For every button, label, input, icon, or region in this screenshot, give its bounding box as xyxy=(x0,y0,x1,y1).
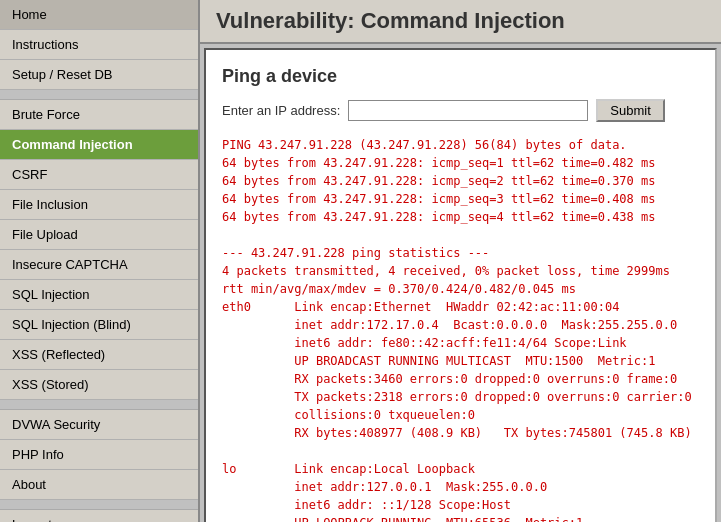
sidebar-item-about[interactable]: About xyxy=(0,470,198,500)
ping-output: PING 43.247.91.228 (43.247.91.228) 56(84… xyxy=(222,136,699,522)
sidebar-item-xss-reflected[interactable]: XSS (Reflected) xyxy=(0,340,198,370)
main-panel: Vulnerability: Command Injection Ping a … xyxy=(200,0,721,522)
sidebar-item-php-info[interactable]: PHP Info xyxy=(0,440,198,470)
submit-button[interactable]: Submit xyxy=(596,99,664,122)
sidebar-item-file-upload[interactable]: File Upload xyxy=(0,220,198,250)
ip-input[interactable] xyxy=(348,100,588,121)
sidebar-item-dvwa-security[interactable]: DVWA Security xyxy=(0,410,198,440)
sidebar-item-brute-force[interactable]: Brute Force xyxy=(0,100,198,130)
sidebar-item-xss-stored[interactable]: XSS (Stored) xyxy=(0,370,198,400)
sidebar-item-logout[interactable]: Logout xyxy=(0,510,198,522)
sidebar-item-insecure-captcha[interactable]: Insecure CAPTCHA xyxy=(0,250,198,280)
sidebar-item-command-injection[interactable]: Command Injection xyxy=(0,130,198,160)
sidebar-item-sql-injection-blind[interactable]: SQL Injection (Blind) xyxy=(0,310,198,340)
ping-form: Enter an IP address: Submit xyxy=(222,99,699,122)
sidebar-item-sql-injection[interactable]: SQL Injection xyxy=(0,280,198,310)
content-title: Ping a device xyxy=(222,66,699,87)
content-area: Ping a device Enter an IP address: Submi… xyxy=(204,48,717,522)
sidebar-item-home[interactable]: Home xyxy=(0,0,198,30)
sidebar: Home Instructions Setup / Reset DB Brute… xyxy=(0,0,200,522)
sidebar-divider-1 xyxy=(0,90,198,100)
sidebar-item-instructions[interactable]: Instructions xyxy=(0,30,198,60)
sidebar-divider-2 xyxy=(0,400,198,410)
sidebar-item-setup-reset-db[interactable]: Setup / Reset DB xyxy=(0,60,198,90)
sidebar-divider-3 xyxy=(0,500,198,510)
ip-label: Enter an IP address: xyxy=(222,103,340,118)
sidebar-item-csrf[interactable]: CSRF xyxy=(0,160,198,190)
page-header: Vulnerability: Command Injection xyxy=(200,0,721,44)
page-title: Vulnerability: Command Injection xyxy=(216,8,705,34)
sidebar-item-file-inclusion[interactable]: File Inclusion xyxy=(0,190,198,220)
